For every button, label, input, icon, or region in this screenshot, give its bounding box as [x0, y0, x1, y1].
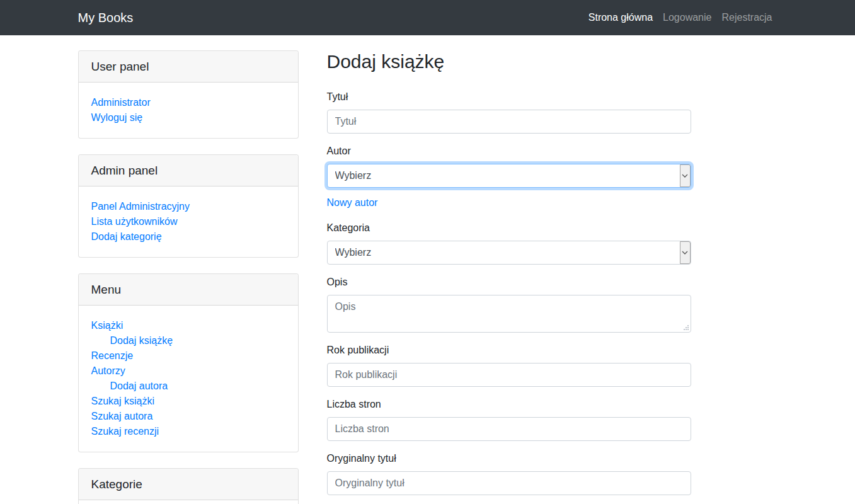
category-select[interactable]: Wybierz — [327, 241, 691, 265]
card-admin-panel-body: Panel Administracyjny Lista użytkowników… — [79, 186, 298, 257]
nav-link-login[interactable]: Logowanie — [658, 7, 716, 28]
nav-link-home[interactable]: Strona główna — [583, 7, 658, 28]
sidebar-item-user-list[interactable]: Lista użytkowników — [91, 214, 285, 229]
card-categories: Kategorie — [78, 468, 299, 504]
publication-year-input[interactable] — [327, 363, 691, 387]
card-user-panel-body: Administrator Wyloguj się — [79, 83, 298, 138]
resize-grip-handle[interactable] — [683, 324, 689, 331]
main-content: Dodaj książkę Tytuł Autor Wybierz — [299, 50, 778, 504]
description-label: Opis — [327, 275, 348, 290]
navbar-container: My Books Strona główna Logowanie Rejestr… — [69, 7, 787, 28]
sidebar-item-logout[interactable]: Wyloguj się — [91, 110, 285, 125]
brand-link[interactable]: My Books — [78, 11, 134, 25]
card-categories-title: Kategorie — [79, 469, 298, 500]
sidebar-item-add-category[interactable]: Dodaj kategorię — [91, 229, 285, 244]
field-page-count: Liczba stron — [327, 397, 691, 441]
new-author-link[interactable]: Nowy autor — [327, 195, 378, 210]
nav-link-register[interactable]: Rejestracja — [716, 7, 777, 28]
field-category: Kategoria Wybierz — [327, 220, 691, 265]
card-user-panel: User panel Administrator Wyloguj się — [78, 50, 299, 139]
field-title: Tytuł — [327, 89, 691, 134]
sidebar-item-add-book[interactable]: Dodaj książkę — [91, 333, 285, 348]
page-title: Dodaj książkę — [327, 50, 778, 73]
category-select-wrap: Wybierz — [327, 241, 691, 265]
sidebar-item-search-review[interactable]: Szukaj recenzji — [91, 424, 285, 439]
author-select[interactable]: Wybierz — [327, 164, 691, 188]
field-description: Opis — [327, 275, 691, 333]
top-navbar: My Books Strona główna Logowanie Rejestr… — [0, 0, 855, 35]
author-label: Autor — [327, 144, 351, 159]
card-admin-panel-title: Admin panel — [79, 155, 298, 186]
title-input[interactable] — [327, 110, 691, 134]
card-user-panel-title: User panel — [79, 51, 298, 83]
card-admin-panel: Admin panel Panel Administracyjny Lista … — [78, 154, 299, 258]
sidebar-item-books[interactable]: Książki — [91, 318, 285, 333]
title-label: Tytuł — [327, 89, 348, 105]
original-title-input[interactable] — [327, 471, 691, 495]
page-count-input[interactable] — [327, 417, 691, 441]
category-label: Kategoria — [327, 220, 370, 236]
publication-year-label: Rok publikacji — [327, 343, 389, 358]
sidebar-item-add-author[interactable]: Dodaj autora — [91, 379, 285, 394]
page-content: User panel Administrator Wyloguj się Adm… — [69, 35, 787, 504]
add-book-form: Tytuł Autor Wybierz Nowy autor — [327, 89, 691, 495]
sidebar-item-search-author[interactable]: Szukaj autora — [91, 409, 285, 424]
field-original-title: Oryginalny tytuł — [327, 451, 691, 495]
page-count-label: Liczba stron — [327, 397, 381, 412]
navbar-links: Strona główna Logowanie Rejestracja — [583, 7, 778, 28]
sidebar-item-admin-panel[interactable]: Panel Administracyjny — [91, 199, 285, 214]
description-textarea-wrap — [327, 295, 691, 333]
sidebar-item-reviews[interactable]: Recenzje — [91, 348, 285, 364]
card-menu-title: Menu — [79, 274, 298, 306]
field-publication-year: Rok publikacji — [327, 343, 691, 387]
card-menu: Menu Książki Dodaj książkę Recenzje Auto… — [78, 273, 299, 452]
card-categories-body — [79, 500, 298, 504]
sidebar-item-authors[interactable]: Autorzy — [91, 364, 285, 379]
field-author: Autor Wybierz Nowy autor — [327, 144, 691, 210]
card-menu-body: Książki Dodaj książkę Recenzje Autorzy D… — [79, 306, 298, 452]
sidebar-item-search-book[interactable]: Szukaj książki — [91, 394, 285, 409]
sidebar: User panel Administrator Wyloguj się Adm… — [78, 50, 299, 504]
original-title-label: Oryginalny tytuł — [327, 451, 396, 466]
description-textarea[interactable] — [327, 295, 691, 333]
author-select-wrap: Wybierz — [327, 164, 691, 188]
sidebar-item-administrator[interactable]: Administrator — [91, 95, 285, 110]
